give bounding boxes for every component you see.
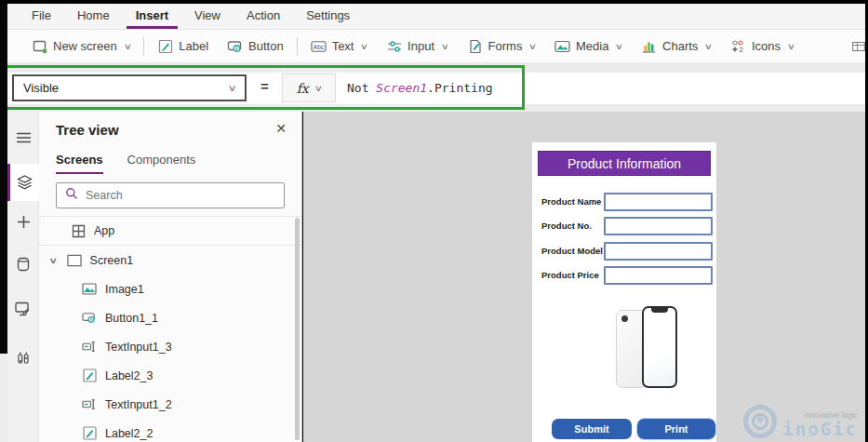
tree-item-label2-3[interactable]: Label2_3 <box>39 361 301 390</box>
advanced-tools-icon[interactable] <box>7 340 39 377</box>
forms-menu-button[interactable]: Forms ∨ <box>458 38 545 54</box>
close-icon[interactable]: ✕ <box>275 121 287 136</box>
product-no-input[interactable] <box>604 217 713 235</box>
inogic-logo-icon <box>743 405 777 438</box>
tree-scrollbar[interactable] <box>295 218 300 440</box>
text-input-icon <box>82 340 97 355</box>
screen-icon <box>67 253 82 268</box>
product-phone-image[interactable] <box>614 306 681 392</box>
menu-action[interactable]: Action <box>237 4 289 29</box>
chevron-down-icon: ∨ <box>441 42 449 51</box>
menu-file[interactable]: File <box>22 4 60 29</box>
tree-list: App ∨ Screen1 Image1 Button1_1 <box>39 216 301 442</box>
frame-border-left <box>0 0 7 354</box>
chevron-down-icon: ∨ <box>615 42 623 51</box>
icons-icon: 2 <box>730 38 746 54</box>
tab-components[interactable]: Components <box>127 153 196 174</box>
equals-sign: = <box>260 78 269 94</box>
phone-notch <box>651 308 668 313</box>
icons-menu-button[interactable]: 2 Icons ∨ <box>721 38 804 54</box>
powerapps-studio-window: File Home Insert View Action Settings Ne… <box>0 0 868 442</box>
property-dropdown[interactable]: Visible ∨ <box>12 74 247 101</box>
watermark-brand: inoGic <box>782 421 858 438</box>
print-button[interactable]: Print <box>637 419 715 439</box>
design-canvas[interactable]: Product Information Product Name Product… <box>303 112 865 442</box>
chevron-down-icon[interactable]: ∨ <box>48 256 58 265</box>
chevron-down-icon: ∨ <box>787 42 795 51</box>
menu-view[interactable]: View <box>185 4 230 29</box>
field-row: Product Model <box>532 242 716 261</box>
tree-item-image1[interactable]: Image1 <box>39 275 301 303</box>
frame-border-left-lower <box>0 354 7 442</box>
form-title-label[interactable]: Product Information <box>538 151 711 176</box>
hamburger-icon[interactable] <box>7 119 39 156</box>
tab-screens[interactable]: Screens <box>56 153 103 174</box>
button-button[interactable]: Button <box>218 38 293 54</box>
tree-item-label2-2[interactable]: Label2_2 <box>39 419 301 442</box>
chevron-down-icon: ∨ <box>360 42 368 51</box>
frame-border-top <box>0 0 868 4</box>
text-menu-button[interactable]: Abc Text ∨ <box>301 38 377 54</box>
table-icon-partial[interactable] <box>852 39 865 54</box>
panel-title: Tree view <box>56 122 119 138</box>
new-screen-icon <box>32 38 47 54</box>
menu-settings[interactable]: Settings <box>297 4 359 29</box>
product-model-input[interactable] <box>604 242 713 261</box>
label-icon <box>157 38 173 54</box>
field-label: Product Name <box>541 193 601 211</box>
menu-insert[interactable]: Insert <box>127 4 178 29</box>
menu-home[interactable]: Home <box>68 4 119 29</box>
scrollbar-thumb[interactable] <box>295 218 300 440</box>
search-icon <box>65 187 78 204</box>
product-price-input[interactable] <box>604 266 713 285</box>
field-row: Product No. <box>532 217 716 235</box>
media-menu-button[interactable]: Media ∨ <box>545 38 632 54</box>
tree-item-textinput1-2[interactable]: TextInput1_2 <box>39 390 301 419</box>
charts-menu-button[interactable]: Charts ∨ <box>632 38 721 54</box>
tree-view-panel: Tree view ✕ Screens Components Search Ap… <box>39 112 302 442</box>
forms-icon <box>467 38 483 54</box>
product-name-input[interactable] <box>604 193 713 211</box>
formula-expression[interactable]: Not Screen1.Printing <box>347 81 493 95</box>
watermark-tagline: innovative logic <box>804 411 858 420</box>
svg-text:Abc: Abc <box>313 43 324 49</box>
media-screen-icon[interactable] <box>7 290 39 328</box>
search-input[interactable]: Search <box>56 182 285 208</box>
tree-view-icon[interactable] <box>7 164 39 201</box>
chevron-down-icon: ∨ <box>528 42 537 51</box>
input-icon <box>386 38 402 54</box>
input-menu-button[interactable]: Input ∨ <box>377 38 458 54</box>
field-label: Product Price <box>541 266 599 285</box>
toolbar-divider <box>143 37 144 56</box>
screen1-preview[interactable]: Product Information Product Name Product… <box>532 142 716 442</box>
inogic-watermark: innovative logic inoGic <box>743 405 858 438</box>
chevron-down-icon: ∨ <box>704 42 713 51</box>
text-input-icon <box>82 397 97 412</box>
plus-icon[interactable] <box>7 203 39 240</box>
left-navigation-rail <box>7 112 39 442</box>
data-icon[interactable] <box>7 246 39 283</box>
phone-camera <box>621 315 628 322</box>
tree-item-textinput1-3[interactable]: TextInput1_3 <box>39 332 301 361</box>
image-icon <box>82 282 97 297</box>
media-icon <box>554 38 570 54</box>
tree-item-button1-1[interactable]: Button1_1 <box>39 303 301 332</box>
tree-item-app[interactable]: App <box>39 217 301 246</box>
field-row: Product Price <box>532 266 716 285</box>
submit-button[interactable]: Submit <box>552 419 632 439</box>
phone-screen <box>644 308 675 386</box>
label-icon <box>82 368 97 383</box>
fx-dropdown[interactable]: fx ∨ <box>282 74 336 102</box>
label-icon <box>82 426 97 441</box>
charts-icon <box>641 38 657 54</box>
tree-item-screen1[interactable]: ∨ Screen1 <box>39 246 301 275</box>
search-placeholder: Search <box>86 189 123 202</box>
label-button[interactable]: Label <box>148 38 218 54</box>
phone-front-view <box>642 306 677 388</box>
tree-tabs: Screens Components <box>56 153 195 174</box>
svg-text:2: 2 <box>740 46 743 54</box>
button-icon <box>227 38 243 54</box>
new-screen-button[interactable]: New screen ∨ <box>22 38 140 54</box>
menu-bar: File Home Insert View Action Settings <box>7 4 865 30</box>
field-label: Product Model <box>541 242 603 261</box>
